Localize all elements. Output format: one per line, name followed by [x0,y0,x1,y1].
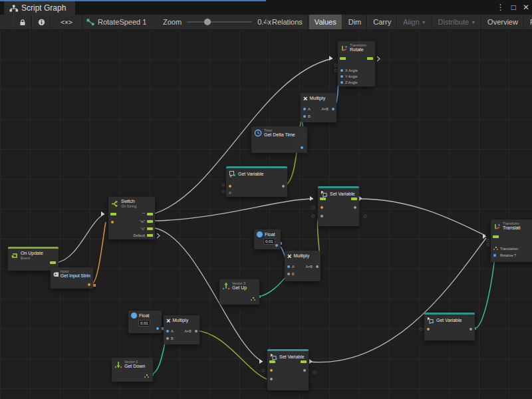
result-output-port[interactable] [195,330,198,332]
node-subtitle: Event [21,256,43,260]
float-output-port[interactable] [275,244,278,247]
node-get-up[interactable]: Vector 3 Get Up [219,279,259,305]
flow-output-port[interactable] [50,261,56,264]
flow-input-port[interactable] [493,235,499,238]
lock-icon [19,19,26,26]
node-set-variable-bottom[interactable]: Set Variable [267,349,309,390]
string-output-port[interactable] [88,283,90,286]
case-output-port[interactable] [147,213,153,215]
relations-button[interactable]: Relations [266,15,309,29]
name-input-port[interactable] [427,328,430,331]
selector-input-port[interactable] [111,221,114,223]
flow-input-port[interactable] [320,198,326,200]
node-multiply-bottom[interactable]: × Multiply A A×B B [164,315,200,344]
flow-output-port[interactable] [351,198,357,200]
case-output-port[interactable] [147,227,153,230]
node-rotate[interactable]: Transform Rotate X Angle Y Angle Z Angle [338,41,375,86]
result-output-port[interactable] [332,108,334,110]
code-view-toggle-button[interactable]: <×> [51,15,82,29]
flow-output-port[interactable] [367,57,373,60]
translation-input-port[interactable] [493,247,498,251]
float-output-port[interactable] [156,327,159,330]
button-label: Relations [272,18,303,26]
node-get-delta-time[interactable]: Time Get Delta Time [251,126,307,153]
case-output-port[interactable] [147,220,153,223]
x-angle-input-port[interactable] [340,69,343,72]
value-output-port[interactable] [469,328,472,331]
button-label: Align [403,18,419,26]
float-value-field[interactable]: 0.01 [263,238,275,245]
fallback-input-port[interactable] [229,192,231,194]
flow-input-port[interactable] [269,360,275,363]
node-title: Multiply [309,96,325,101]
node-switch[interactable]: Switch On String "" "w" "s" Default [108,197,155,239]
zoom-slider-track[interactable] [187,21,252,23]
vector3-output-port[interactable] [251,297,255,301]
tab-script-graph[interactable]: Script Graph [4,1,75,15]
y-angle-input-port[interactable] [340,75,343,78]
case-label: "" [142,212,145,216]
result-output-port[interactable] [316,265,319,268]
z-angle-input-port[interactable] [340,81,343,84]
name-input-port[interactable] [229,185,231,188]
input-a-port[interactable] [303,108,306,110]
graph-name-label: RotateSpeed 1 [98,18,146,26]
output-label: A×B [305,265,313,269]
value-output-port[interactable] [354,206,356,209]
value-output-port[interactable] [282,185,285,188]
node-multiply-mid[interactable]: × Multiply A A×B B [285,251,321,281]
node-get-down[interactable]: Vector 3 Get Down [112,358,153,382]
maximize-icon[interactable]: □ [511,3,516,12]
input-a-port[interactable] [287,265,290,268]
values-button[interactable]: Values [309,15,342,29]
align-dropdown[interactable]: Align ▼ [397,15,432,29]
node-title: Get Up [232,285,247,291]
multiply-icon: × [287,253,291,259]
flow-input-port[interactable] [110,213,116,215]
chevron-down-icon: ▼ [471,20,475,25]
loop-icon [11,251,19,259]
overview-button[interactable]: Overview [481,15,524,29]
info-button[interactable] [32,15,51,29]
input-b-port[interactable] [303,115,306,118]
input-b-port[interactable] [166,337,169,340]
info-icon [38,19,45,26]
dim-button[interactable]: Dim [342,15,368,29]
name-input-port[interactable] [321,206,323,209]
node-set-variable-mid[interactable]: Set Variable [318,186,359,226]
node-float-bottom[interactable]: Float 0.01 [128,311,162,333]
graph-canvas[interactable] [0,29,532,399]
flow-input-port[interactable] [340,57,346,60]
node-title: Multiply [172,318,188,323]
float-output-port[interactable] [301,146,303,149]
zoom-slider[interactable] [187,15,252,29]
node-get-variable-right[interactable]: Get Variable [424,313,475,340]
vector3-output-port[interactable] [144,374,149,378]
value-output-port[interactable] [303,369,306,372]
full-screen-button[interactable]: Full Screen [524,15,532,29]
distribute-dropdown[interactable]: Distribute ▼ [432,15,481,29]
node-get-variable-top[interactable]: Get Variable [226,166,287,197]
float-icon [257,231,263,237]
value-input-port[interactable] [270,378,273,380]
flow-output-port[interactable] [301,360,307,363]
name-input-port[interactable] [270,369,273,372]
default-output-port[interactable] [147,234,153,237]
zoom-slider-handle[interactable] [204,19,211,25]
float-value-field[interactable]: 0.01 [138,320,150,327]
relative-to-input-port[interactable] [493,254,496,257]
value-input-port[interactable] [321,215,323,217]
input-a-port[interactable] [166,330,169,332]
carry-button[interactable]: Carry [367,15,397,29]
graph-breadcrumb[interactable]: RotateSpeed 1 [86,15,146,29]
window-menu-icon[interactable]: ⋮ [497,3,505,12]
node-title: Get Delta Time [264,132,295,138]
node-float-mid[interactable]: Float 0.01 [254,229,281,249]
node-translate[interactable]: Transform Translati Translation Relative… [491,219,532,262]
lock-button[interactable] [13,15,32,29]
input-b-port[interactable] [287,273,290,275]
node-get-input-string[interactable]: Input Get Input Strin [51,267,93,289]
node-multiply-top[interactable]: × Multiply A A×B B [301,93,336,122]
close-icon[interactable]: ✕ [523,3,529,12]
case-label: "w" [140,219,145,223]
